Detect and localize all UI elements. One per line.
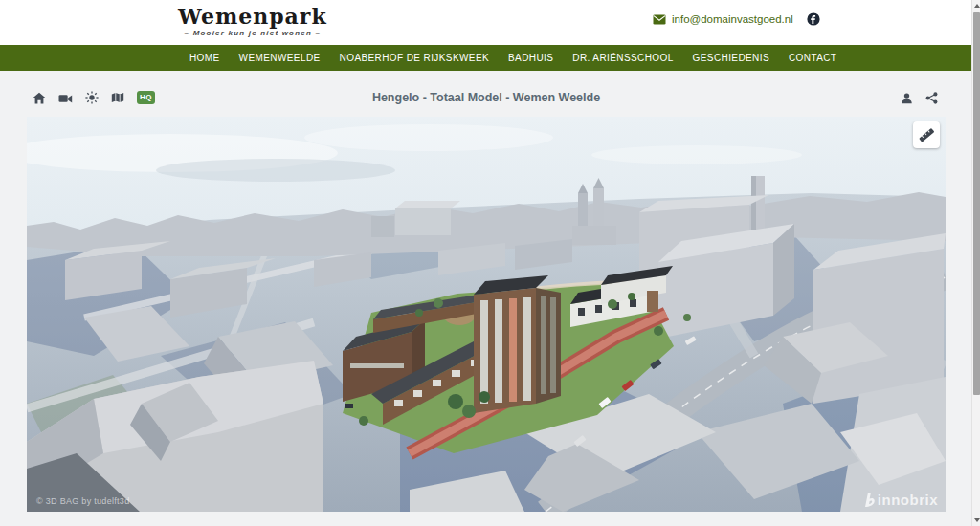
site-header: Wemenpark – Mooier kun je niet wonen – i…	[0, 0, 980, 45]
measure-tool-button[interactable]	[913, 121, 940, 148]
email-link[interactable]: info@domainvastgoed.nl	[672, 13, 793, 25]
wemenpark-website: Wemenpark – Mooier kun je niet wonen – i…	[0, 0, 980, 526]
header-contact: info@domainvastgoed.nl	[653, 12, 820, 26]
innobrix-logo[interactable]: innobrix	[863, 492, 938, 508]
scrollbar-down-arrow[interactable]	[972, 515, 980, 526]
scrollbar-up-arrow[interactable]	[972, 0, 980, 11]
logo-text: Wemenpark	[178, 5, 327, 28]
facebook-icon[interactable]	[807, 12, 820, 26]
viewer-toolbar-right	[901, 92, 946, 104]
nav-item-noaberhof[interactable]: NOABERHOF DE RIJKSKWEEK	[330, 53, 499, 63]
nav-item-contact[interactable]: CONTACT	[779, 53, 846, 63]
nav-item-arienschool[interactable]: DR. ARIËNSSCHOOL	[563, 53, 682, 63]
sun-icon	[85, 91, 99, 104]
3d-viewer-canvas[interactable]: © 3D BAG by tudelft3d innobrix	[27, 117, 946, 512]
city-model-scene	[27, 117, 946, 512]
innobrix-logo-text: innobrix	[878, 492, 938, 508]
share-icon	[925, 92, 938, 104]
measure-icon	[916, 124, 937, 145]
nav-item-wemenweelde[interactable]: WEMENWEELDE	[230, 53, 330, 63]
viewer-title: Hengelo - Totaal Model - Wemen Weelde	[27, 91, 946, 104]
video-camera-icon	[58, 92, 73, 104]
nav-item-badhuis[interactable]: BADHUIS	[499, 53, 563, 63]
home-view-button[interactable]	[33, 92, 46, 104]
map-attribution: © 3D BAG by tudelft3d	[36, 496, 129, 506]
site-logo[interactable]: Wemenpark – Mooier kun je niet wonen –	[178, 5, 327, 37]
daylight-button[interactable]	[85, 91, 99, 104]
main-nav: HOME WEMENWEELDE NOABERHOF DE RIJKSKWEEK…	[0, 45, 980, 71]
browser-scrollbar[interactable]	[971, 0, 980, 526]
innobrix-logo-icon	[863, 492, 876, 508]
user-account-button[interactable]	[901, 92, 913, 104]
home-icon	[33, 92, 46, 104]
logo-tagline: – Mooier kun je niet wonen –	[178, 29, 327, 37]
nav-item-geschiedenis[interactable]: GESCHIEDENIS	[683, 53, 779, 63]
map-icon	[111, 92, 124, 103]
user-icon	[901, 92, 913, 104]
share-button[interactable]	[925, 92, 938, 104]
envelope-icon	[653, 13, 666, 26]
viewer-toolbar-left: HQ	[27, 91, 155, 104]
map-button[interactable]	[111, 92, 124, 103]
viewer-toolbar: Hengelo - Totaal Model - Wemen Weelde	[27, 86, 946, 109]
hq-quality-toggle[interactable]: HQ	[137, 91, 155, 104]
nav-item-home[interactable]: HOME	[180, 53, 230, 63]
scrollbar-thumb[interactable]	[973, 12, 980, 395]
camera-view-button[interactable]	[58, 92, 73, 104]
